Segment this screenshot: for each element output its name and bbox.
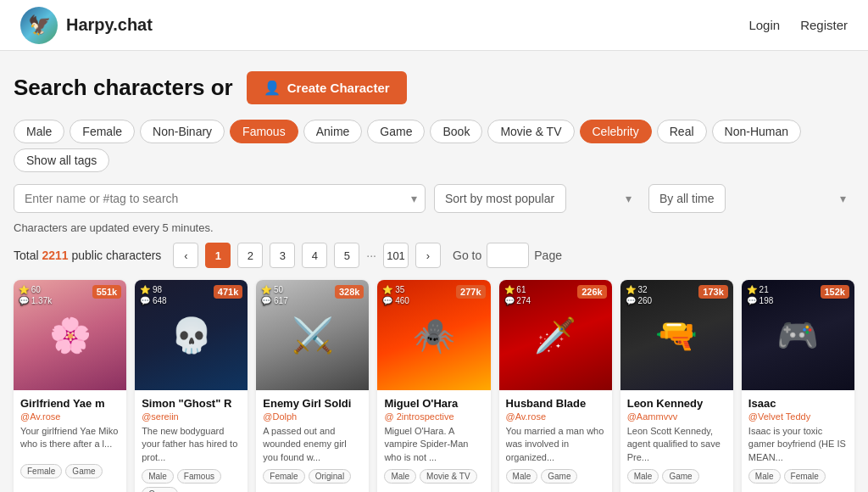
character-card[interactable]: 🌸 551k ⭐ 60 💬 1.37k Girlfriend Yae m @Av… (14, 280, 126, 492)
page-2-button[interactable]: 2 (237, 243, 263, 268)
char-badge: 173k (698, 285, 727, 299)
page-3-button[interactable]: 3 (270, 243, 295, 268)
char-star-stat: ⭐ 61 (504, 285, 531, 294)
char-star-stat: ⭐ 98 (140, 285, 166, 294)
tag-non-human[interactable]: Non-Human (712, 120, 801, 143)
tag-game[interactable]: Game (367, 120, 425, 143)
page-label: Page (534, 249, 562, 262)
char-image: ⚔️ 328k ⭐ 50 💬 617 (256, 280, 369, 390)
char-heart-stat: 💬 260 (626, 296, 652, 305)
tag-movie---tv[interactable]: Movie & TV (487, 120, 574, 143)
next-page-button[interactable]: › (415, 243, 441, 268)
update-notice: Characters are updated every 5 minutes. (14, 221, 854, 234)
goto-label: Go to (453, 249, 481, 262)
char-stats: ⭐ 32 💬 260 (626, 285, 652, 305)
page-5-button[interactable]: 5 (334, 243, 359, 268)
char-tag: Male (748, 469, 781, 484)
search-title: Search characters or (14, 75, 233, 101)
char-stats: ⭐ 21 💬 198 (747, 285, 773, 305)
char-tag: Female (20, 464, 62, 478)
prev-page-button[interactable]: ‹ (173, 243, 198, 268)
char-author: @sereiin (142, 411, 241, 422)
main-content: Search characters or 👤 Create Character … (0, 51, 868, 492)
search-input[interactable] (14, 184, 426, 213)
char-tag: Male (384, 469, 416, 484)
characters-grid: 🌸 551k ⭐ 60 💬 1.37k Girlfriend Yae m @Av… (14, 280, 854, 492)
character-card[interactable]: 🔫 173k ⭐ 32 💬 260 Leon Kennedy @Aammvvv … (620, 280, 733, 492)
character-card[interactable]: ⚔️ 328k ⭐ 50 💬 617 Enemy Girl Soldi @Dol… (256, 280, 369, 492)
login-link[interactable]: Login (748, 18, 780, 32)
char-name: Isaac (748, 397, 848, 410)
tags-row: MaleFemaleNon-BinaryFamousAnimeGameBookM… (14, 120, 854, 172)
char-star-stat: ⭐ 60 (19, 285, 52, 294)
char-body: Leon Kennedy @Aammvvv Leon Scott Kennedy… (620, 390, 733, 489)
char-tag: Female (784, 469, 826, 484)
header: 🦅 Harpy.chat Login Register (0, 0, 868, 51)
logo-text: Harpy.chat (66, 15, 153, 35)
char-heart-stat: 💬 460 (382, 296, 409, 305)
char-heart-stat: 💬 617 (261, 296, 287, 305)
character-card[interactable]: 🗡️ 226k ⭐ 61 💬 274 Husband Blade @Av.ros… (499, 280, 612, 492)
char-body: Isaac @Velvet Teddy Isaac is your toxic … (742, 390, 854, 489)
char-heart-stat: 💬 274 (504, 296, 531, 305)
char-heart-stat: 💬 648 (140, 296, 166, 305)
char-author: @Aammvvv (627, 411, 726, 422)
char-name: Leon Kennedy (627, 397, 726, 410)
tag-famous[interactable]: Famous (230, 120, 298, 143)
character-card[interactable]: 💀 471k ⭐ 98 💬 648 Simon "Ghost" R @serei… (135, 280, 248, 492)
char-body: Husband Blade @Av.rose You married a man… (499, 390, 612, 489)
char-author: @Velvet Teddy (748, 411, 848, 422)
tag-anime[interactable]: Anime (303, 120, 363, 143)
character-card[interactable]: 🕷️ 277k ⭐ 35 💬 460 Miguel O'Hara @ 2intr… (377, 280, 490, 492)
logo-wrap: 🦅 Harpy.chat (20, 7, 153, 44)
char-stats: ⭐ 60 💬 1.37k (19, 285, 52, 305)
char-name: Girlfriend Yae m (20, 397, 120, 410)
char-stats: ⭐ 35 💬 460 (382, 285, 409, 305)
tag-real[interactable]: Real (657, 120, 707, 143)
char-body: Simon "Ghost" R @sereiin The new bodygua… (135, 390, 248, 492)
tag-female[interactable]: Female (70, 120, 135, 143)
char-body: Girlfriend Yae m @Av.rose Your girlfrien… (14, 390, 126, 484)
character-card[interactable]: 🎮 152k ⭐ 21 💬 198 Isaac @Velvet Teddy Is… (742, 280, 854, 492)
search-header: Search characters or 👤 Create Character (14, 71, 854, 104)
char-image: 🌸 551k ⭐ 60 💬 1.37k (14, 280, 126, 390)
tag-show-all-tags[interactable]: Show all tags (14, 148, 109, 172)
search-input-wrap (14, 184, 426, 213)
char-stats: ⭐ 50 💬 617 (261, 285, 287, 305)
char-badge: 277k (456, 285, 485, 299)
time-select[interactable]: By all time (648, 184, 726, 213)
page-4-button[interactable]: 4 (302, 243, 327, 268)
create-character-button[interactable]: 👤 Create Character (247, 71, 407, 104)
char-star-stat: ⭐ 50 (261, 285, 287, 294)
char-tag: Male (506, 469, 538, 484)
goto-input[interactable] (487, 243, 529, 268)
char-tag: Male (627, 469, 659, 484)
char-image: 🎮 152k ⭐ 21 💬 198 (742, 280, 854, 390)
time-select-wrap: By all time (648, 184, 854, 213)
char-author: @Av.rose (506, 411, 605, 422)
char-badge: 152k (821, 285, 849, 299)
last-page-button[interactable]: 101 (383, 243, 409, 268)
create-btn-label: Create Character (287, 81, 390, 95)
char-desc: Your girlfriend Yae Miko who is there af… (20, 425, 120, 459)
char-name: Enemy Girl Soldi (263, 397, 362, 410)
tag-book[interactable]: Book (430, 120, 482, 143)
tag-non-binary[interactable]: Non-Binary (140, 120, 225, 143)
char-desc: Isaac is your toxic gamer boyfriend (HE … (748, 425, 848, 464)
char-tag: Male (142, 469, 174, 484)
char-tag: Game (65, 464, 102, 478)
char-badge: 551k (92, 285, 121, 299)
tag-male[interactable]: Male (14, 120, 64, 143)
sort-select[interactable]: Sort by most popular (434, 184, 566, 213)
char-author: @ 2introspective (384, 411, 483, 422)
char-body: Miguel O'Hara @ 2introspective Miguel O'… (377, 390, 490, 489)
char-heart-stat: 💬 1.37k (19, 296, 52, 305)
page-1-button[interactable]: 1 (205, 243, 231, 268)
register-link[interactable]: Register (800, 18, 848, 32)
tag-celebrity[interactable]: Celebrity (580, 120, 652, 143)
char-desc: Leon Scott Kennedy, agent qualified to s… (627, 425, 726, 464)
char-name: Miguel O'Hara (384, 397, 483, 410)
char-stats: ⭐ 61 💬 274 (504, 285, 531, 305)
char-heart-stat: 💬 198 (747, 296, 773, 305)
char-tag: Game (541, 469, 577, 484)
